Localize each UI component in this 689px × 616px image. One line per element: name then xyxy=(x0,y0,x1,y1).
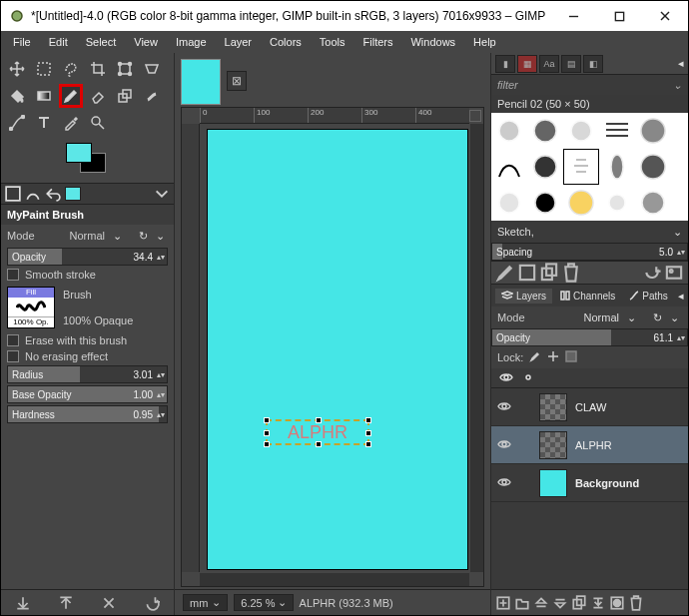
brush-grid[interactable] xyxy=(491,113,688,221)
smooth-stroke-checkbox[interactable]: Smooth stroke xyxy=(1,267,174,283)
ruler-horizontal[interactable]: 0 100 200 300 400 xyxy=(200,108,469,124)
menu-edit[interactable]: Edit xyxy=(41,34,76,50)
text-selection[interactable]: ALPHR xyxy=(266,419,369,445)
undo-history-tab[interactable] xyxy=(45,186,61,202)
edit-brush-icon[interactable] xyxy=(495,264,515,282)
new-brush-icon[interactable] xyxy=(517,264,537,282)
dock-menu-icon[interactable]: ◂ xyxy=(678,290,684,303)
scrollbar-vertical[interactable] xyxy=(470,124,483,572)
menu-view[interactable]: View xyxy=(126,34,166,50)
reset-icon[interactable]: ↻ xyxy=(653,311,662,324)
mask-icon[interactable] xyxy=(609,595,625,611)
quick-mask-icon[interactable] xyxy=(469,110,481,122)
tool-gradient[interactable] xyxy=(32,84,56,108)
opacity-slider[interactable]: Opacity 34.4 ▴▾ xyxy=(7,248,168,266)
tab-layers[interactable]: Layers xyxy=(495,289,552,304)
tool-zoom[interactable] xyxy=(86,111,110,135)
tool-text[interactable] xyxy=(32,111,56,135)
spacing-slider[interactable]: Spacing5.0▴▾ xyxy=(491,243,688,261)
tab-channels[interactable]: Channels xyxy=(554,289,621,304)
delete-preset-icon[interactable] xyxy=(101,595,117,611)
base-opacity-slider[interactable]: Base Opacity1.00▴▾ xyxy=(7,385,168,403)
erase-checkbox[interactable]: Erase with this brush xyxy=(1,332,174,348)
menu-layer[interactable]: Layer xyxy=(217,34,261,50)
layer-name[interactable]: ALPHR xyxy=(575,439,682,451)
duplicate-brush-icon[interactable] xyxy=(539,264,559,282)
mode-dropdown[interactable]: Normal xyxy=(70,230,105,242)
gradients-tab-icon[interactable]: ◧ xyxy=(583,55,603,73)
scrollbar-horizontal[interactable] xyxy=(200,573,469,586)
device-status-tab[interactable] xyxy=(25,186,41,202)
layer-opacity-slider[interactable]: Opacity61.1▴▾ xyxy=(491,328,688,346)
menu-tools[interactable]: Tools xyxy=(312,34,353,50)
image-tab-thumb[interactable] xyxy=(181,59,221,105)
tool-path[interactable] xyxy=(5,111,29,135)
layer-row[interactable]: Background xyxy=(491,464,688,502)
history-tab-icon[interactable]: ▤ xyxy=(561,55,581,73)
tool-move[interactable] xyxy=(5,57,29,81)
tool-rect-select[interactable] xyxy=(32,57,56,81)
tab-paths[interactable]: Paths xyxy=(623,289,674,304)
zoom-dropdown[interactable]: 6.25 % ⌄ xyxy=(234,594,293,611)
brush-preset-dropdown[interactable]: Sketch,⌄ xyxy=(491,221,688,243)
tool-mypaint-brush[interactable] xyxy=(59,84,83,108)
tool-warp[interactable] xyxy=(140,57,164,81)
layer-name[interactable]: Background xyxy=(575,477,682,489)
refresh-brush-icon[interactable] xyxy=(642,264,662,282)
radius-slider[interactable]: Radius3.01▴▾ xyxy=(7,365,168,383)
unit-dropdown[interactable]: mm ⌄ xyxy=(183,594,228,611)
tool-color-picker[interactable] xyxy=(59,111,83,135)
tool-bucket[interactable] xyxy=(5,84,29,108)
menu-help[interactable]: Help xyxy=(465,34,504,50)
new-group-icon[interactable] xyxy=(514,595,530,611)
menu-colors[interactable]: Colors xyxy=(262,34,310,50)
raise-layer-icon[interactable] xyxy=(533,595,549,611)
menu-windows[interactable]: Windows xyxy=(402,34,463,50)
brush-preview[interactable]: Fill 100% Op. xyxy=(7,287,55,328)
minimize-button[interactable] xyxy=(550,1,596,31)
tool-free-select[interactable] xyxy=(59,57,83,81)
lock-pixels-icon[interactable] xyxy=(529,350,541,364)
new-layer-icon[interactable] xyxy=(495,595,511,611)
close-button[interactable] xyxy=(642,1,688,31)
menu-image[interactable]: Image xyxy=(168,34,215,50)
layer-row[interactable]: ALPHR xyxy=(491,426,688,464)
tool-clone[interactable] xyxy=(113,84,137,108)
duplicate-layer-icon[interactable] xyxy=(571,595,587,611)
fonts-tab-icon[interactable]: Aa xyxy=(539,55,559,73)
image-tab-close[interactable]: ⊠ xyxy=(227,71,247,91)
menu-filters[interactable]: Filters xyxy=(355,34,401,50)
delete-layer-icon[interactable] xyxy=(628,595,644,611)
open-as-image-icon[interactable] xyxy=(664,264,684,282)
tool-crop[interactable] xyxy=(86,57,110,81)
tool-transform[interactable] xyxy=(113,57,137,81)
merge-down-icon[interactable] xyxy=(590,595,606,611)
canvas[interactable]: ALPHR xyxy=(208,130,467,569)
menu-file[interactable]: File xyxy=(5,34,39,50)
brushes-tab-icon[interactable]: ▮ xyxy=(495,55,515,73)
maximize-button[interactable] xyxy=(596,1,642,31)
color-tab[interactable] xyxy=(65,187,81,201)
eye-icon[interactable] xyxy=(497,401,513,413)
menu-select[interactable]: Select xyxy=(78,34,125,50)
eye-icon[interactable] xyxy=(497,477,513,489)
layer-mode-dropdown[interactable]: Normal xyxy=(584,311,619,323)
lock-position-icon[interactable] xyxy=(547,350,559,364)
color-swatches[interactable] xyxy=(66,143,110,177)
no-erasing-checkbox[interactable]: No erasing effect xyxy=(1,348,174,364)
dock-menu-icon[interactable]: ◂ xyxy=(678,57,684,70)
chevron-down-icon[interactable]: ⌄ xyxy=(109,230,125,243)
patterns-tab-icon[interactable]: ▦ xyxy=(517,55,537,73)
reset-preset-icon[interactable] xyxy=(144,595,160,611)
lower-layer-icon[interactable] xyxy=(552,595,568,611)
tool-eraser[interactable] xyxy=(86,84,110,108)
eye-icon[interactable] xyxy=(497,439,513,451)
reset-icon[interactable]: ↻ xyxy=(139,230,148,243)
brush-filter[interactable]: filter⌄ xyxy=(491,75,688,95)
delete-brush-icon[interactable] xyxy=(561,264,581,282)
hardness-slider[interactable]: Hardness0.95▴▾ xyxy=(7,405,168,423)
tool-options-tab[interactable] xyxy=(5,186,21,202)
tool-smudge[interactable] xyxy=(140,84,164,108)
ruler-vertical[interactable] xyxy=(182,124,200,572)
layer-name[interactable]: CLAW xyxy=(575,401,682,413)
